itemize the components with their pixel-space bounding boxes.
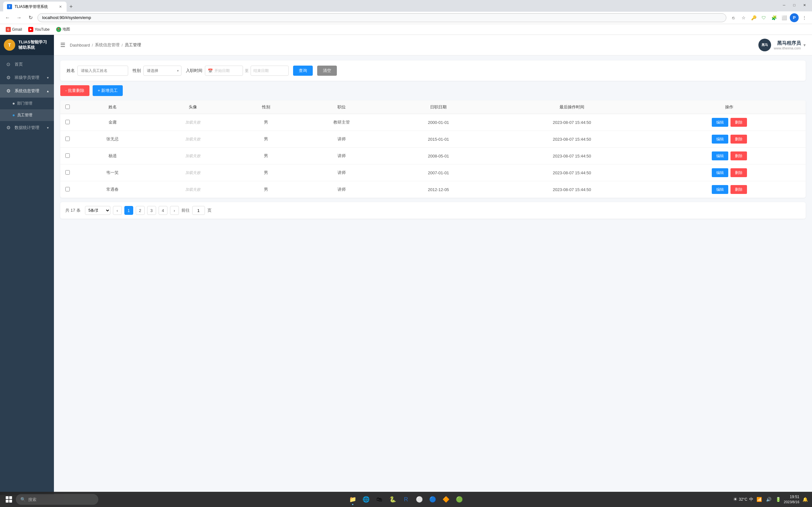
address-input[interactable] xyxy=(38,13,726,22)
row-actions: 编辑 删除 xyxy=(653,148,806,164)
row-actions: 编辑 删除 xyxy=(653,164,806,181)
cast-icon[interactable]: ⎋ xyxy=(729,13,738,22)
taskbar-python[interactable]: 🐍 xyxy=(386,493,399,495)
table-row: 杨逍 加载失败 男 讲师 2008-05-01 2023-08-07 15:44… xyxy=(60,148,806,164)
hire-date-field: 入职时间 📅 开始日期 至 结束日期 xyxy=(186,66,289,76)
stats-chevron-icon: ▾ xyxy=(47,126,49,130)
sidebar-subitem-emp[interactable]: 员工管理 xyxy=(0,109,54,121)
delete-button-3[interactable]: 删除 xyxy=(730,168,747,177)
reload-btn[interactable]: ↻ xyxy=(26,13,35,22)
next-page-button[interactable]: › xyxy=(170,206,179,215)
sidebar-item-home[interactable]: ⊙ 首页 xyxy=(0,58,54,71)
taskbar-right: ☀ 32°C 中 📶 🔊 🔋 19:51 2023/8/16 🔔 xyxy=(733,495,809,495)
taskbar-store[interactable]: 🛍 xyxy=(373,493,386,495)
class-icon: ⚙ xyxy=(5,75,11,80)
goto-page-input[interactable] xyxy=(192,206,205,215)
table-header-row: 姓名 头像 性别 职位 日职日期 最后操作时间 操作 xyxy=(60,101,806,114)
page-1-button[interactable]: 1 xyxy=(124,206,133,215)
row-avatar: 加载失败 xyxy=(150,181,235,198)
edit-button-3[interactable]: 编辑 xyxy=(712,168,728,177)
brand-chevron-icon[interactable]: ▾ xyxy=(803,43,806,48)
table-row: 常遇春 加载失败 男 讲师 2012-12-05 2023-08-07 15:4… xyxy=(60,181,806,198)
delete-button-4[interactable]: 删除 xyxy=(730,185,747,194)
bookmark-youtube[interactable]: ▶ YouTube xyxy=(26,26,52,33)
delete-button-0[interactable]: 删除 xyxy=(730,118,747,127)
shield-icon[interactable]: 🛡 xyxy=(759,13,768,22)
cal-icon-start: 📅 xyxy=(208,68,213,73)
taskbar-edge[interactable]: 🌐 xyxy=(360,493,372,495)
clear-button[interactable]: 清空 xyxy=(317,66,337,76)
taskbar-r[interactable]: R xyxy=(400,493,412,495)
batch-delete-button[interactable]: - 批量删除 xyxy=(60,85,90,96)
query-button[interactable]: 查询 xyxy=(293,66,313,76)
breadcrumb: Dashboard / 系统信息管理 / 员工管理 xyxy=(70,42,141,48)
row-checkbox-1[interactable] xyxy=(65,136,70,141)
back-btn[interactable]: ← xyxy=(3,13,12,22)
tab-close-btn[interactable]: ✕ xyxy=(58,4,63,9)
name-input[interactable] xyxy=(78,66,128,76)
add-employee-button[interactable]: + 新增员工 xyxy=(93,85,123,96)
sidebar-item-system[interactable]: ⚙ 系统信息管理 ▴ xyxy=(0,84,54,98)
name-search-field: 姓名 xyxy=(67,66,128,76)
sidebar-item-stats[interactable]: ⚙ 数据统计管理 ▾ xyxy=(0,121,54,134)
forward-btn[interactable]: → xyxy=(14,13,23,22)
active-tab[interactable]: T TLIAS教学管理系统 ✕ xyxy=(3,2,67,12)
sidebar-item-class[interactable]: ⚙ 班级学员管理 ▾ xyxy=(0,71,54,84)
menu-dots-icon[interactable]: ⋮ xyxy=(800,13,809,22)
taskbar-app-1[interactable]: 🔵 xyxy=(426,493,439,495)
new-tab-button[interactable]: + xyxy=(67,2,75,11)
edit-button-0[interactable]: 编辑 xyxy=(712,118,728,127)
bookmark-gmail[interactable]: G Gmail xyxy=(3,26,24,33)
maximize-btn[interactable]: □ xyxy=(790,3,799,8)
sidebar: T TLIAS智能学习辅助系统 ⊙ 首页 ⚙ 班级学员管理 ▾ ⚙ 系统信 xyxy=(0,35,54,495)
prev-page-button[interactable]: ‹ xyxy=(113,206,122,215)
edit-button-4[interactable]: 编辑 xyxy=(712,185,728,194)
bookmark-star-icon[interactable]: ☆ xyxy=(739,13,748,22)
row-name: 金庸 xyxy=(75,114,150,131)
row-checkbox-4[interactable] xyxy=(65,187,70,191)
taskbar-file-explorer[interactable]: 📁 xyxy=(346,493,359,495)
page-4-button[interactable]: 4 xyxy=(159,206,167,215)
delete-button-1[interactable]: 删除 xyxy=(730,135,747,144)
extension-puzzle-icon[interactable]: 🔑 xyxy=(749,13,758,22)
sidebar-subitem-dept[interactable]: 部门管理 xyxy=(0,98,54,109)
row-checkbox-2[interactable] xyxy=(65,153,70,158)
delete-button-2[interactable]: 删除 xyxy=(730,152,747,160)
edit-button-1[interactable]: 编辑 xyxy=(712,135,728,144)
start-date-input[interactable]: 📅 开始日期 xyxy=(205,66,243,76)
goto-prefix: 前往 xyxy=(182,208,190,213)
row-hire-date: 2007-01-01 xyxy=(386,164,491,181)
page-2-button[interactable]: 2 xyxy=(136,206,145,215)
breadcrumb-home[interactable]: Dashboard xyxy=(70,43,90,48)
row-checkbox-0[interactable] xyxy=(65,120,70,124)
page-3-button[interactable]: 3 xyxy=(147,206,156,215)
taskbar-app-2[interactable]: 🔶 xyxy=(440,493,452,495)
row-hire-date: 2012-12-05 xyxy=(386,181,491,198)
taskbar-chrome[interactable]: ⚪ xyxy=(413,493,426,495)
edit-button-2[interactable]: 编辑 xyxy=(712,152,728,160)
stats-icon: ⚙ xyxy=(5,125,11,130)
start-button[interactable] xyxy=(3,494,14,495)
select-all-checkbox[interactable] xyxy=(65,105,70,109)
row-last-op-time: 2023-08-07 15:44:50 xyxy=(491,164,653,181)
table-row: 韦一笑 加载失败 男 讲师 2007-01-01 2023-08-07 15:4… xyxy=(60,164,806,181)
menu-toggle-button[interactable]: ☰ xyxy=(60,42,65,49)
row-checkbox-3[interactable] xyxy=(65,170,70,175)
extensions-icon[interactable]: 🧩 xyxy=(769,13,778,22)
taskbar-search-bar[interactable]: 🔍 xyxy=(16,494,98,495)
hire-date-label: 入职时间 xyxy=(186,68,202,73)
bookmark-maps[interactable]: 📍 地图 xyxy=(54,25,72,33)
th-avatar: 头像 xyxy=(150,101,235,114)
minimize-btn[interactable]: ─ xyxy=(780,3,789,8)
split-view-icon[interactable]: ⬜ xyxy=(780,13,789,22)
page-size-select[interactable]: 5条/页 10条/页 20条/页 xyxy=(85,206,110,215)
table-body: 金庸 加载失败 男 教研主管 2000-01-01 2023-08-07 15:… xyxy=(60,114,806,198)
breadcrumb-system[interactable]: 系统信息管理 xyxy=(95,42,119,48)
close-btn[interactable]: ✕ xyxy=(800,3,809,8)
time-block[interactable]: 19:51 2023/8/16 xyxy=(784,495,799,495)
end-date-input[interactable]: 结束日期 xyxy=(251,66,289,76)
taskbar-app-3[interactable]: 🟢 xyxy=(453,493,466,495)
app-container: T TLIAS智能学习辅助系统 ⊙ 首页 ⚙ 班级学员管理 ▾ ⚙ 系统信 xyxy=(0,35,812,495)
profile-icon[interactable]: P xyxy=(790,13,799,22)
gender-select[interactable]: 请选择 男 女 xyxy=(143,66,182,76)
